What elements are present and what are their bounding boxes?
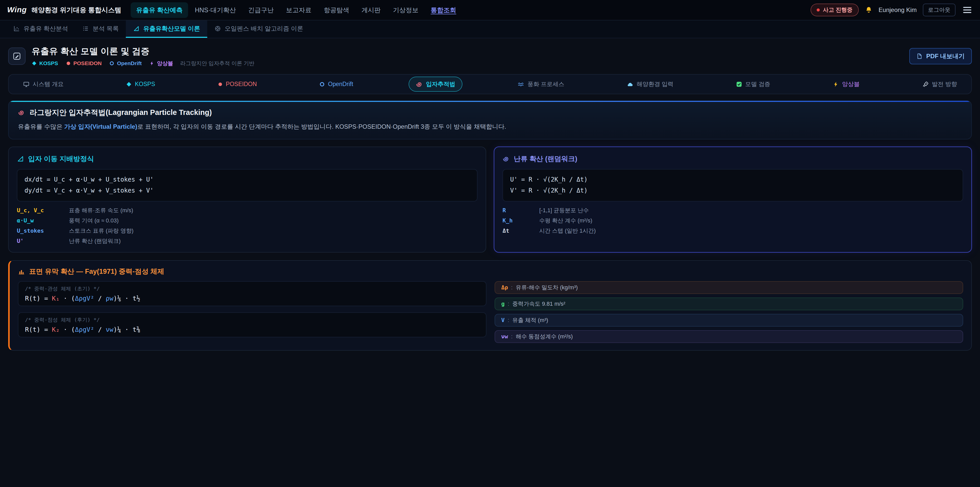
nav-item-weather-info[interactable]: 기상정보 <box>387 2 424 18</box>
tab-label: 오일펜스 배치 알고리즘 이론 <box>224 24 303 33</box>
fay-param-volume: V:유출 체적 (m³) <box>495 314 963 327</box>
nav-item-hns-air-dispersion[interactable]: HNS·대기확산 <box>189 2 242 18</box>
fay-param-kinematic-viscosity: νw:해수 동점성계수 (m²/s) <box>495 330 963 343</box>
nav-item-emergency-rescue[interactable]: 긴급구난 <box>243 2 280 18</box>
param-desc: 유류-해수 밀도차 (kg/m³) <box>516 284 578 291</box>
equation-cards-row: 입자 이동 지배방정식 dx/dt = U_c + α·U_w + U_stok… <box>8 147 972 252</box>
page-header-left: 유출유 확산 모델 이론 및 검증 KOSPSPOSEIDONOpenDrift… <box>8 45 255 67</box>
banner-body: 유출유를 수많은 가상 입자(Virtual Particle)로 표현하며, … <box>18 122 962 131</box>
section-label: 발전 방향 <box>932 80 957 88</box>
pen-square-icon <box>8 48 25 65</box>
legend-desc: 난류 확산 (랜덤워크) <box>69 237 121 245</box>
logout-button[interactable]: 로그아웃 <box>923 3 956 16</box>
hamburger-menu-icon[interactable] <box>962 5 973 14</box>
sub-tab-bar: 유출유 확산분석분석 목록유출유확산모델 이론오일펜스 배치 알고리즘 이론 <box>0 21 980 38</box>
section-label: POSEIDON <box>226 81 257 88</box>
legend-row: K_h수평 확산 계수 (m²/s) <box>503 217 963 225</box>
status-dot-icon <box>817 8 820 11</box>
top-nav: Wing 해양환경 위기대응 통합시스템 유출유 확산예측HNS·대기확산긴급구… <box>0 0 980 21</box>
section-weathering-process[interactable]: 풍화 프로세스 <box>511 77 571 92</box>
lifebuoy-icon <box>215 25 221 32</box>
swirl-icon <box>503 155 510 163</box>
diamond-icon <box>126 81 132 87</box>
legend-symbol: Δt <box>503 228 534 234</box>
governing-card-title-text: 입자 이동 지배방정식 <box>28 154 94 163</box>
random-walk-title-text: 난류 확산 (랜덤워크) <box>514 154 577 163</box>
section-label: 풍화 프로세스 <box>528 80 564 88</box>
incident-label: 사고 진행중 <box>823 6 853 14</box>
spiral-icon <box>416 81 423 88</box>
legend-desc: 수평 확산 계수 (m²/s) <box>539 217 592 225</box>
bolt-icon <box>833 81 839 87</box>
tab-analysis-list[interactable]: 분석 목록 <box>75 21 126 38</box>
param-symbol: V <box>501 317 504 323</box>
banner-title-text: 라그랑지안 입자추적법(Lagrangian Particle Tracking… <box>30 107 212 118</box>
page-title-block: 유출유 확산 모델 이론 및 검증 KOSPSPOSEIDONOpenDrift… <box>32 45 255 67</box>
code-comment: /* 중력-점성 체제 (후기) */ <box>25 316 479 323</box>
banner-text-post: 로 표현하며, 각 입자의 이동 경로를 시간 단계마다 추적하는 방법입니다.… <box>137 123 506 130</box>
legend-row: R[-1,1] 균등분포 난수 <box>503 207 963 214</box>
ruler-icon <box>133 25 140 32</box>
spiral-icon <box>18 109 25 116</box>
param-symbol: νw <box>501 333 508 340</box>
section-label: KOSPS <box>135 81 155 88</box>
fay-formula-column: /* 중력-관성 체제 (초기) */R(t) = K₁ · (ΔρgV² / … <box>18 281 487 343</box>
section-ensemble[interactable]: 앙상블 <box>826 77 867 92</box>
param-desc: 해수 동점성계수 (m²/s) <box>516 333 573 340</box>
dot-icon <box>66 61 71 66</box>
governing-card-title: 입자 이동 지배방정식 <box>17 154 477 163</box>
param-colon: : <box>511 333 513 340</box>
random-walk-card-title: 난류 확산 (랜덤워크) <box>503 154 963 163</box>
section-system-overview[interactable]: 시스템 개요 <box>16 77 71 92</box>
section-nav: 시스템 개요KOSPSPOSEIDONOpenDrift입자추적법풍화 프로세스… <box>8 74 972 94</box>
tab-label: 분석 목록 <box>93 24 119 33</box>
random-walk-code: U' = R · √(2K_h / Δt) V' = R · √(2K_h / … <box>503 169 963 201</box>
diamond-icon <box>32 61 37 66</box>
tab-spill-model-theory[interactable]: 유출유확산모델 이론 <box>126 21 207 38</box>
formula: R(t) = K₁ · (ΔρgV² / ρw)⅙ · t½ <box>25 295 479 302</box>
legend-symbol: α·U_w <box>17 217 64 224</box>
badge-label: OpenDrift <box>117 60 142 66</box>
brand: Wing 해양환경 위기대응 통합시스템 <box>7 5 121 14</box>
legend-row: Δt시간 스텝 (일반 1시간) <box>503 227 963 235</box>
legend-desc: 스토크스 표류 (파랑 영향) <box>69 227 134 235</box>
random-walk-card: 난류 확산 (랜덤워크) U' = R · √(2K_h / Δt) V' = … <box>494 147 972 252</box>
section-model-validation[interactable]: 모델 검증 <box>729 77 777 92</box>
set-square-icon <box>17 155 24 163</box>
nav-item-aerial-search[interactable]: 항공탐색 <box>318 2 355 18</box>
nav-item-report-data[interactable]: 보고자료 <box>280 2 317 18</box>
legend-symbol: K_h <box>503 217 534 224</box>
fay-spreading-card: 표면 유막 확산 — Fay(1971) 중력-점성 체제 /* 중력-관성 체… <box>8 260 972 351</box>
section-future-direction[interactable]: 발전 방향 <box>915 77 964 92</box>
section-marine-env-input[interactable]: 해양환경 입력 <box>620 77 680 92</box>
legend-row: U_c, V_c표층 해류·조류 속도 (m/s) <box>17 207 477 214</box>
system-title: 해양환경 위기대응 통합시스템 <box>32 6 121 14</box>
tab-oilfence-algorithm-theory[interactable]: 오일펜스 배치 알고리즘 이론 <box>207 21 310 38</box>
tab-spill-analysis[interactable]: 유출유 확산분석 <box>6 21 75 38</box>
fay-formula-block: /* 중력-점성 체제 (후기) */R(t) = K₂ · (ΔρgV² / … <box>18 312 487 337</box>
intro-banner: 라그랑지안 입자추적법(Lagrangian Particle Tracking… <box>8 101 972 139</box>
model-badges: KOSPSPOSEIDONOpenDrift앙상블 <box>32 60 173 67</box>
nav-item-spill-forecast[interactable]: 유출유 확산예측 <box>130 2 188 18</box>
param-desc: 중력가속도 9.81 m/s² <box>512 300 565 308</box>
governing-equation-card: 입자 이동 지배방정식 dx/dt = U_c + α·U_w + U_stok… <box>8 147 486 252</box>
main-content: 유출유 확산 모델 이론 및 검증 KOSPSPOSEIDONOpenDrift… <box>0 38 980 351</box>
param-colon: : <box>508 300 509 307</box>
banner-text-pre: 유출유를 수많은 <box>18 123 64 130</box>
pdf-export-button[interactable]: PDF 내보내기 <box>909 48 972 64</box>
scatter-chart-icon <box>13 25 20 32</box>
section-opendrift[interactable]: OpenDrift <box>312 77 360 91</box>
legend-row: α·U_w풍력 기여 (α ≈ 0.03) <box>17 217 477 225</box>
section-poseidon[interactable]: POSEIDON <box>210 77 264 91</box>
nav-item-bulletin-board[interactable]: 게시판 <box>356 2 387 18</box>
notification-bell-icon[interactable] <box>865 6 873 14</box>
nav-item-integrated-search[interactable]: 통합조회 <box>425 2 462 18</box>
section-kosps[interactable]: KOSPS <box>119 77 162 91</box>
fay-grid: /* 중력-관성 체제 (초기) */R(t) = K₁ · (ΔρgV² / … <box>18 281 963 343</box>
model-badge-ensemble: 앙상블 <box>149 60 173 67</box>
ring-icon <box>319 81 325 87</box>
formula: R(t) = K₂ · (ΔρgV² / νw)¼ · t⅜ <box>25 326 479 333</box>
check-icon <box>736 81 742 87</box>
cloud-icon <box>627 81 633 88</box>
section-particle-tracking[interactable]: 입자추적법 <box>409 77 463 92</box>
